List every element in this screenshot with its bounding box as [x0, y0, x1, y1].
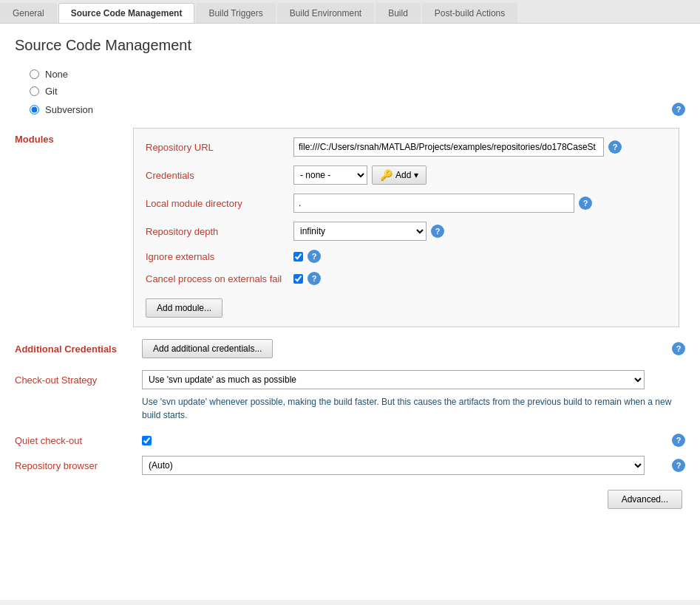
ignore-externals-label: Ignore externals [146, 251, 293, 262]
subversion-help-icon[interactable]: ? [672, 103, 685, 116]
tab-build-environment[interactable]: Build Environment [277, 3, 374, 23]
local-dir-row: Local module directory ? [146, 194, 667, 213]
git-label: Git [45, 86, 58, 97]
tab-general[interactable]: General [0, 3, 57, 23]
subversion-label: Subversion [45, 104, 93, 115]
content-area: Source Code Management None Git Subversi… [0, 24, 700, 600]
cancel-externals-control: ? [293, 272, 667, 285]
tab-post-build[interactable]: Post-build Actions [422, 3, 517, 23]
subversion-radio[interactable] [30, 105, 39, 114]
repo-browser-select[interactable]: (Auto) [142, 456, 645, 475]
repo-depth-help-icon[interactable]: ? [431, 225, 444, 238]
none-radio[interactable] [30, 69, 39, 79]
ignore-externals-row: Ignore externals ? [146, 250, 667, 263]
repo-depth-row: Repository depth infinity empty files im… [146, 222, 667, 241]
add-credentials-button[interactable]: 🔑 Add ▾ [372, 165, 427, 185]
repo-url-help-icon[interactable]: ? [608, 140, 622, 154]
modules-container: Modules Repository URL ? Credentials - n… [15, 128, 685, 327]
ignore-externals-checkbox[interactable] [293, 252, 303, 262]
checkout-description: Use 'svn update' whenever possible, maki… [142, 395, 674, 422]
cancel-externals-label: Cancel process on externals fail [146, 273, 293, 284]
subversion-radio-row: Subversion ? [30, 103, 685, 116]
repo-browser-label: Repository browser [15, 460, 133, 471]
local-dir-label: Local module directory [146, 198, 293, 209]
cancel-externals-checkbox[interactable] [293, 274, 303, 284]
tabs-bar: General Source Code Management Build Tri… [0, 0, 700, 24]
additional-credentials-label: Additional Credentials [15, 343, 133, 355]
quiet-checkout-checkbox[interactable] [142, 436, 152, 445]
modules-label: Modules [15, 128, 133, 327]
quiet-checkout-row: Quiet check-out ? [15, 434, 685, 447]
credentials-select[interactable]: - none - [293, 165, 367, 185]
add-module-button[interactable]: Add module... [146, 298, 222, 318]
git-radio-row: Git [30, 86, 685, 97]
repo-url-label: Repository URL [146, 142, 293, 153]
cancel-externals-help-icon[interactable]: ? [307, 272, 321, 285]
advanced-button-row: Advanced... [15, 490, 685, 509]
local-dir-control: ? [293, 194, 667, 213]
repo-browser-row: Repository browser (Auto) ? [15, 456, 685, 475]
repo-url-row: Repository URL ? [146, 137, 667, 157]
key-icon: 🔑 [380, 169, 393, 181]
repo-depth-label: Repository depth [146, 226, 293, 237]
ignore-externals-control: ? [293, 250, 667, 263]
quiet-checkout-label: Quiet check-out [15, 435, 133, 446]
add-btn-label: Add [395, 170, 411, 180]
credentials-control: - none - 🔑 Add ▾ [293, 165, 667, 185]
credentials-row: Credentials - none - 🔑 Add ▾ [146, 165, 667, 185]
additional-creds-help-icon[interactable]: ? [672, 342, 685, 355]
none-radio-row: None [30, 69, 685, 80]
quiet-checkout-help-icon[interactable]: ? [672, 434, 685, 447]
tab-build-triggers[interactable]: Build Triggers [196, 3, 275, 23]
advanced-button[interactable]: Advanced... [608, 490, 682, 509]
local-dir-input[interactable] [293, 194, 574, 213]
cancel-externals-row: Cancel process on externals fail ? [146, 272, 667, 285]
checkout-strategy-select[interactable]: Use 'svn update' as much as possible Alw… [142, 370, 645, 389]
local-dir-help-icon[interactable]: ? [579, 196, 592, 210]
repo-depth-select[interactable]: infinity empty files immediates [293, 222, 427, 241]
additional-credentials-row: Additional Credentials Add additional cr… [15, 339, 685, 358]
repo-url-input[interactable] [293, 137, 604, 157]
scm-options: None Git Subversion ? [30, 69, 685, 116]
credentials-label: Credentials [146, 170, 293, 181]
checkout-strategy-label: Check-out Strategy [15, 375, 133, 386]
page-title: Source Code Management [15, 37, 685, 54]
checkout-strategy-row: Check-out Strategy Use 'svn update' as m… [15, 370, 685, 389]
add-additional-credentials-button[interactable]: Add additional credentials... [142, 339, 273, 358]
repo-browser-help-icon[interactable]: ? [672, 459, 685, 472]
repo-depth-control: infinity empty files immediates ? [293, 222, 667, 241]
git-radio[interactable] [30, 86, 39, 96]
tab-scm[interactable]: Source Code Management [58, 3, 195, 23]
none-label: None [45, 69, 68, 80]
ignore-externals-help-icon[interactable]: ? [307, 250, 321, 263]
tab-build[interactable]: Build [376, 3, 421, 23]
repo-url-control: ? [293, 137, 667, 157]
add-dropdown-arrow: ▾ [414, 170, 418, 180]
modules-box: Repository URL ? Credentials - none - 🔑 … [133, 128, 679, 327]
